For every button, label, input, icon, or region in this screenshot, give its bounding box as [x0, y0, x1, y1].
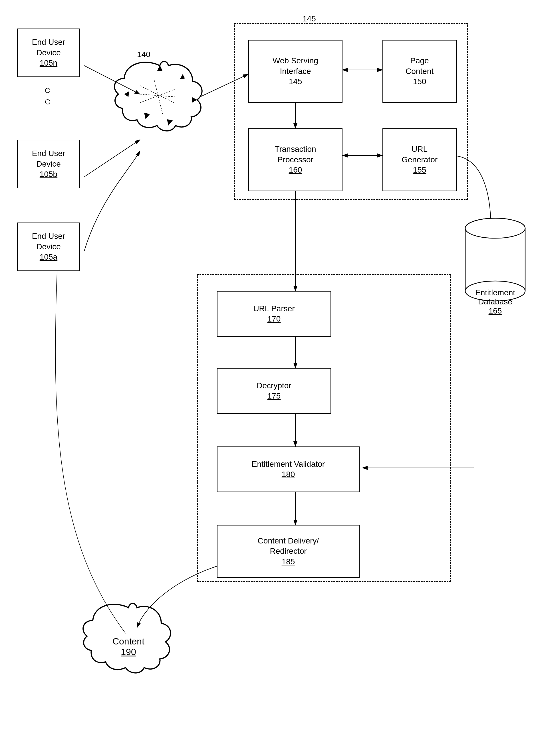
svg-marker-18 — [157, 65, 163, 71]
end-user-device-b: End UserDevice 105b — [17, 140, 80, 188]
svg-line-14 — [140, 85, 174, 103]
svg-marker-20 — [144, 113, 150, 119]
web-serving-interface: Web ServingInterface 145 — [248, 40, 343, 103]
server-group-num: 145 — [303, 14, 316, 23]
page-content: PageContent 150 — [383, 40, 457, 103]
content-delivery-label: Content Delivery/Redirector — [258, 536, 319, 556]
network-cloud — [111, 57, 208, 166]
page-content-label: PageContent — [406, 56, 434, 77]
page-content-num: 150 — [413, 77, 426, 87]
end-user-device-a-label: End UserDevice — [32, 231, 65, 252]
entitlement-validator-num: 180 — [282, 469, 295, 480]
decryptor-num: 175 — [267, 391, 281, 401]
transaction-processor-num: 160 — [289, 165, 302, 175]
svg-marker-21 — [167, 119, 173, 126]
end-user-device-a-num: 105a — [40, 252, 57, 262]
end-user-device-b-label: End UserDevice — [32, 148, 65, 169]
content-delivery-num: 185 — [282, 556, 295, 567]
end-user-device-n: End UserDevice 105n — [17, 28, 80, 77]
svg-marker-19 — [180, 74, 185, 79]
web-serving-label: Web ServingInterface — [273, 56, 318, 77]
end-user-device-n-label: End UserDevice — [32, 37, 65, 58]
diagram: End UserDevice 105n ○○ End UserDevice 10… — [0, 0, 536, 756]
content-delivery: Content Delivery/Redirector 185 — [217, 525, 360, 578]
url-parser-label: URL Parser — [253, 303, 294, 314]
entitlement-database-label: EntitlementDatabase165 — [465, 288, 525, 316]
url-parser-num: 170 — [267, 314, 281, 324]
decryptor-label: Decryptor — [256, 381, 291, 391]
decryptor: Decryptor 175 — [217, 368, 331, 414]
dots: ○○ — [44, 84, 51, 107]
svg-marker-22 — [124, 91, 129, 97]
network-cloud-label: 140 — [137, 50, 151, 59]
svg-line-17 — [154, 80, 163, 114]
end-user-device-b-num: 105b — [40, 169, 57, 179]
url-generator: URLGenerator 155 — [383, 128, 457, 191]
url-generator-num: 155 — [413, 165, 426, 175]
svg-marker-23 — [192, 97, 197, 103]
entitlement-validator: Entitlement Validator 180 — [217, 447, 360, 492]
entitlement-validator-label: Entitlement Validator — [252, 459, 325, 469]
end-user-device-n-num: 105n — [40, 58, 57, 68]
url-parser: URL Parser 170 — [217, 291, 331, 337]
svg-point-27 — [465, 218, 525, 238]
transaction-processor-label: TransactionProcessor — [275, 144, 316, 165]
content-label: Content190 — [94, 636, 163, 657]
transaction-processor: TransactionProcessor 160 — [248, 128, 343, 191]
url-generator-label: URLGenerator — [402, 144, 438, 165]
web-serving-num: 145 — [289, 77, 302, 87]
end-user-device-a: End UserDevice 105a — [17, 223, 80, 271]
